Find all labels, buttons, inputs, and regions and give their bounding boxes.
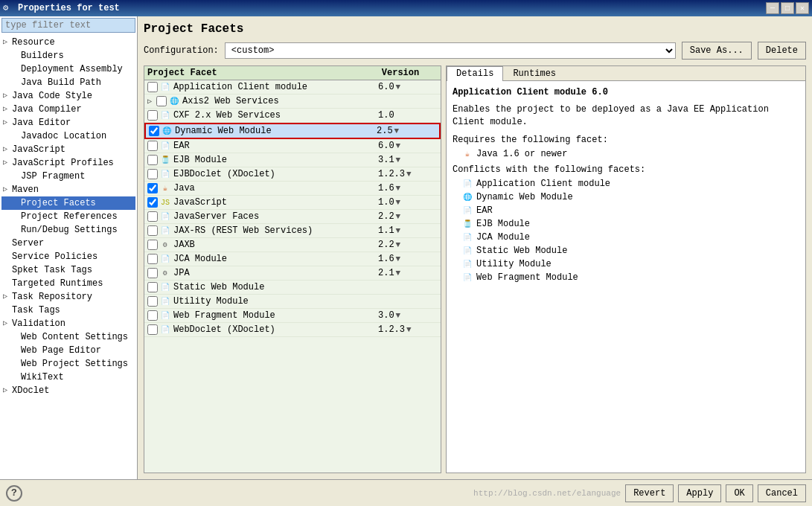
sidebar-item-service-policies[interactable]: Service Policies	[1, 250, 135, 263]
sidebar-item-builders[interactable]: Builders	[1, 49, 135, 63]
sidebar-item-jsp-fragment[interactable]: JSP Fragment	[1, 170, 135, 183]
sidebar-item-maven[interactable]: ▷ Maven	[1, 183, 135, 196]
sidebar-item-run-debug-settings[interactable]: Run/Debug Settings	[1, 223, 135, 237]
minimize-button[interactable]: ─	[766, 2, 779, 14]
filter-input[interactable]	[1, 18, 135, 33]
sidebar-item-javascript[interactable]: ▷ JavaScript	[1, 143, 135, 156]
maximize-button[interactable]: □	[781, 2, 794, 14]
sidebar-item-java-build-path[interactable]: Java Build Path	[1, 76, 135, 89]
sidebar-item-xdoclet[interactable]: ▷ XDoclet	[1, 384, 135, 397]
doc-icon: 📄	[159, 225, 171, 237]
sidebar-item-spket-task-tags[interactable]: Spket Task Tags	[1, 263, 135, 277]
sidebar-item-task-repository[interactable]: ▷ Task Repository	[1, 290, 135, 304]
version-dropdown-icon[interactable]: ▼	[396, 226, 401, 235]
facet-row[interactable]: 📄 JavaServer Faces 2.2 ▼	[144, 210, 441, 224]
facet-checkbox[interactable]	[147, 296, 158, 307]
facet-row-dynamic-web[interactable]: 🌐 Dynamic Web Module 2.5 ▼	[144, 123, 441, 139]
sidebar-item-web-project-settings[interactable]: Web Project Settings	[1, 357, 135, 371]
sidebar-item-javascript-profiles[interactable]: ▷ JavaScript Profiles	[1, 156, 135, 170]
tab-details[interactable]: Details	[447, 66, 503, 81]
facet-row[interactable]: 📄 EJBDoclet (XDoclet) 1.2.3 ▼	[144, 167, 441, 182]
sidebar-item-project-facets[interactable]: Project Facets	[1, 196, 135, 210]
facet-checkbox[interactable]	[147, 110, 158, 121]
apply-button[interactable]: Apply	[678, 484, 721, 502]
sidebar-item-wikitext[interactable]: WikiText	[1, 371, 135, 384]
doc-icon: 📄	[159, 253, 171, 265]
sidebar-item-server[interactable]: Server	[1, 237, 135, 250]
facet-checkbox[interactable]	[147, 310, 158, 321]
sidebar-item-label: Deployment Assembly	[21, 63, 134, 75]
facet-row[interactable]: 📄 CXF 2.x Web Services 1.0	[144, 109, 441, 123]
facet-row[interactable]: ⚙ JAXB 2.2 ▼	[144, 238, 441, 252]
close-button[interactable]: ✕	[796, 2, 809, 14]
revert-button[interactable]: Revert	[625, 484, 674, 502]
facet-row[interactable]: JS JavaScript 1.0 ▼	[144, 196, 441, 210]
sidebar-item-java-editor[interactable]: ▷ Java Editor	[1, 116, 135, 129]
facet-checkbox[interactable]	[156, 96, 167, 106]
version-dropdown-icon[interactable]: ▼	[394, 126, 400, 135]
facet-checkbox[interactable]	[147, 324, 158, 335]
sidebar-item-validation[interactable]: ▷ Validation	[1, 317, 135, 330]
version-dropdown-icon[interactable]: ▼	[396, 269, 401, 278]
facet-checkbox[interactable]	[147, 254, 158, 264]
save-as-button[interactable]: Save As...	[682, 42, 752, 60]
sidebar-item-javadoc[interactable]: Javadoc Location	[1, 129, 135, 143]
facet-checkbox[interactable]	[147, 240, 158, 250]
version-dropdown-icon[interactable]: ▼	[396, 311, 401, 320]
sidebar-item-web-content-settings[interactable]: Web Content Settings	[1, 330, 135, 344]
title-buttons: ─ □ ✕	[766, 2, 809, 14]
facet-row[interactable]: 📄 EAR 6.0 ▼	[144, 139, 441, 153]
tab-runtimes[interactable]: Runtimes	[503, 66, 566, 80]
sidebar-item-resource[interactable]: ▷ Resource	[1, 36, 135, 49]
delete-button[interactable]: Delete	[758, 42, 806, 60]
sidebar-item-deployment-assembly[interactable]: Deployment Assembly	[1, 63, 135, 76]
sidebar-item-project-references[interactable]: Project References	[1, 210, 135, 223]
sidebar-item-web-page-editor[interactable]: Web Page Editor	[1, 344, 135, 357]
facet-row[interactable]: 📄 Web Fragment Module 3.0 ▼	[144, 309, 441, 323]
facet-checkbox[interactable]	[149, 126, 159, 136]
facet-checkbox[interactable]	[147, 282, 158, 292]
version-dropdown-icon[interactable]: ▼	[396, 184, 401, 193]
expand-icon[interactable]: ▷	[147, 97, 156, 106]
ok-button[interactable]: OK	[726, 484, 752, 502]
facet-checkbox[interactable]	[147, 169, 158, 179]
cancel-button[interactable]: Cancel	[758, 484, 806, 502]
facet-row[interactable]: 📄 JAX-RS (REST Web Services) 1.1 ▼	[144, 224, 441, 238]
facet-row[interactable]: ▷ 🌐 Axis2 Web Services	[144, 95, 441, 109]
sidebar-item-targeted-runtimes[interactable]: Targeted Runtimes	[1, 277, 135, 290]
version-dropdown-icon[interactable]: ▼	[406, 170, 412, 179]
version-dropdown-icon[interactable]: ▼	[406, 325, 412, 334]
facet-checkbox[interactable]	[147, 225, 158, 236]
facet-row[interactable]: 📄 Static Web Module	[144, 281, 441, 295]
facet-checkbox[interactable]	[147, 82, 158, 92]
facet-row[interactable]: 📄 Application Client module 6.0 ▼	[144, 80, 441, 95]
facet-row[interactable]: 📄 Utility Module	[144, 295, 441, 309]
facet-row[interactable]: ☕ Java 1.6 ▼	[144, 182, 441, 196]
sidebar-item-java-code-style[interactable]: ▷ Java Code Style	[1, 89, 135, 103]
facet-row[interactable]: 🫙 EJB Module 3.1 ▼	[144, 153, 441, 167]
version-dropdown-icon[interactable]: ▼	[396, 240, 401, 249]
version-dropdown-icon[interactable]: ▼	[396, 254, 401, 263]
help-button[interactable]: ?	[6, 485, 22, 502]
facet-checkbox[interactable]	[147, 155, 158, 165]
facet-checkbox[interactable]	[147, 197, 158, 208]
sidebar-item-java-compiler[interactable]: ▷ Java Compiler	[1, 103, 135, 116]
version-dropdown-icon[interactable]: ▼	[396, 212, 401, 221]
facets-panel: Project Facet Version 📄 Application Clie…	[144, 65, 441, 473]
facet-row[interactable]: 📄 WebDoclet (XDoclet) 1.2.3 ▼	[144, 323, 441, 337]
panels: Project Facet Version 📄 Application Clie…	[144, 65, 806, 473]
version-dropdown-icon[interactable]: ▼	[396, 83, 401, 92]
version-dropdown-icon[interactable]: ▼	[396, 198, 401, 207]
facet-checkbox[interactable]	[147, 183, 158, 193]
facet-checkbox[interactable]	[147, 141, 158, 151]
facet-checkbox[interactable]	[147, 268, 158, 278]
facet-row[interactable]: 📄 JCA Module 1.6 ▼	[144, 252, 441, 266]
details-title: Application Client module 6.0	[453, 87, 799, 97]
doc-icon: 📄	[461, 205, 473, 217]
version-dropdown-icon[interactable]: ▼	[396, 141, 401, 150]
facet-row[interactable]: ⚙ JPA 2.1 ▼	[144, 266, 441, 281]
sidebar-item-task-tags[interactable]: Task Tags	[1, 304, 135, 317]
facet-checkbox[interactable]	[147, 211, 158, 222]
version-dropdown-icon[interactable]: ▼	[396, 156, 401, 164]
config-select[interactable]: <custom>	[225, 42, 676, 59]
